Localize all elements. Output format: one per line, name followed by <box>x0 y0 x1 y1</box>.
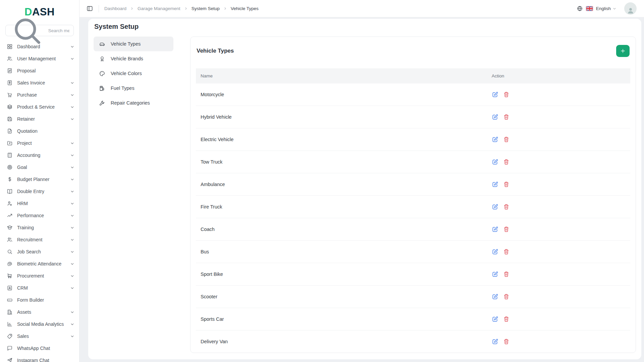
edit-button[interactable] <box>492 338 498 345</box>
edit-button[interactable] <box>492 293 498 300</box>
edit-icon <box>492 181 498 188</box>
sidebar-item-instagram-chat[interactable]: Instagram Chat <box>0 354 79 362</box>
chevron-down-icon <box>70 238 74 242</box>
delete-button[interactable] <box>503 293 509 300</box>
edit-button[interactable] <box>492 248 498 255</box>
setup-nav-item-vehicle-types[interactable]: Vehicle Types <box>94 37 173 51</box>
column-header-action: Action <box>487 68 630 83</box>
delete-button[interactable] <box>503 248 509 255</box>
sidebar-item-label: Goal <box>17 165 27 170</box>
delete-button[interactable] <box>503 203 509 210</box>
sidebar-item-hrm[interactable]: HRM <box>0 197 79 209</box>
sidebar-item-training[interactable]: Training <box>0 222 79 234</box>
edit-button[interactable] <box>492 136 498 143</box>
edit-button[interactable] <box>492 316 498 322</box>
chevron-down-icon <box>70 165 74 170</box>
chevron-down-icon <box>70 141 74 145</box>
sidebar-item-goal[interactable]: Goal <box>0 161 79 173</box>
edit-button[interactable] <box>492 226 498 233</box>
setup-nav-item-fuel-types[interactable]: Fuel Types <box>94 81 173 96</box>
edit-icon <box>492 338 498 345</box>
sidebar-item-budget-planner[interactable]: Budget Planner <box>0 173 79 185</box>
delete-button[interactable] <box>503 181 509 188</box>
language-selector[interactable]: English <box>596 6 616 11</box>
edit-button[interactable] <box>492 181 498 188</box>
row-actions <box>492 293 626 300</box>
sidebar-search[interactable] <box>5 25 74 36</box>
sidebar-item-retainer[interactable]: Retainer <box>0 113 79 125</box>
vehicle-type-name: Sport Bike <box>196 263 487 286</box>
chevron-down-icon <box>70 214 74 218</box>
sidebar-item-job-search[interactable]: Job Search <box>0 246 79 258</box>
sidebar-item-recruitment[interactable]: Recruitment <box>0 234 79 246</box>
row-actions <box>492 316 626 322</box>
edit-button[interactable] <box>492 271 498 278</box>
vehicle-type-name: Hybrid Vehicle <box>196 106 487 128</box>
delete-button[interactable] <box>503 338 509 345</box>
setup-nav-item-vehicle-colors[interactable]: Vehicle Colors <box>94 66 173 81</box>
sidebar-item-dashboard[interactable]: Dashboard <box>0 41 79 53</box>
add-vehicle-type-button[interactable] <box>616 45 630 57</box>
setup-layout: Vehicle TypesVehicle BrandsVehicle Color… <box>94 37 636 353</box>
sidebar-item-label: Recruitment <box>17 237 42 242</box>
delete-button[interactable] <box>503 271 509 278</box>
breadcrumb-item-garage-management[interactable]: Garage Management <box>138 6 180 11</box>
sidebar-item-label: Sales Invoice <box>17 80 45 85</box>
sidebar-item-whatsapp-chat[interactable]: WhatsApp Chat <box>0 342 79 354</box>
chevron-down-icon <box>70 57 74 61</box>
book-icon <box>7 188 13 194</box>
sidebar-item-proposal[interactable]: Proposal <box>0 65 79 77</box>
vehicle-type-name: Bus <box>196 241 487 263</box>
sidebar-item-label: Project <box>17 140 32 146</box>
delete-button[interactable] <box>503 226 509 233</box>
globe-icon[interactable] <box>577 5 583 12</box>
sidebar-item-purchase[interactable]: Purchase <box>0 89 79 101</box>
edit-button[interactable] <box>492 203 498 210</box>
delete-button[interactable] <box>503 91 509 98</box>
search-input[interactable] <box>48 28 70 34</box>
delete-button[interactable] <box>503 136 509 143</box>
delete-button[interactable] <box>503 114 509 120</box>
chevron-down-icon <box>70 262 74 266</box>
edit-button[interactable] <box>492 114 498 120</box>
sidebar: DASH DashboardUser ManagementProposalSal… <box>0 0 79 362</box>
sidebar-item-social-media-analytics[interactable]: Social Media Analytics <box>0 318 79 330</box>
vehicle-type-name: Fire Truck <box>196 196 487 218</box>
delete-button[interactable] <box>503 159 509 165</box>
id-card-icon <box>7 285 13 291</box>
sidebar-item-project[interactable]: Project <box>0 137 79 149</box>
breadcrumb-item-dashboard[interactable]: Dashboard <box>104 6 126 11</box>
grid-icon <box>7 44 13 50</box>
row-actions <box>492 114 626 120</box>
table-row-hybrid-vehicle: Hybrid Vehicle <box>196 106 630 128</box>
setup-nav-item-repair-categories[interactable]: Repair Categories <box>94 96 173 110</box>
sidebar-item-procurement[interactable]: Procurement <box>0 270 79 282</box>
sidebar-item-double-entry[interactable]: Double Entry <box>0 185 79 197</box>
sidebar-item-biometric-attendance[interactable]: Biometric Attendance <box>0 258 79 270</box>
user-avatar[interactable] <box>624 2 637 15</box>
sidebar-toggle-icon[interactable] <box>86 5 93 12</box>
sidebar-item-accounting[interactable]: Accounting <box>0 149 79 161</box>
edit-button[interactable] <box>492 91 498 98</box>
sidebar-item-crm[interactable]: CRM <box>0 282 79 294</box>
sidebar-item-performance[interactable]: Performance <box>0 209 79 222</box>
sidebar-item-quotation[interactable]: Quotation <box>0 125 79 137</box>
target-icon <box>7 164 13 170</box>
setup-nav-item-vehicle-brands[interactable]: Vehicle Brands <box>94 51 173 66</box>
delete-button[interactable] <box>503 316 509 322</box>
chevron-down-icon <box>70 189 74 194</box>
sidebar-item-product-service[interactable]: Product & Service <box>0 101 79 113</box>
sidebar-item-label: Instagram Chat <box>17 358 49 362</box>
row-actions <box>492 181 626 188</box>
edit-button[interactable] <box>492 159 498 165</box>
chevron-down-icon <box>70 105 74 109</box>
sidebar-nav: DashboardUser ManagementProposalSales In… <box>0 41 79 362</box>
sidebar-item-label: HRM <box>17 201 28 206</box>
breadcrumb-item-system-setup[interactable]: System Setup <box>192 6 220 11</box>
palette-icon <box>99 70 105 77</box>
sidebar-item-assets[interactable]: Assets <box>0 306 79 318</box>
sidebar-item-form-builder[interactable]: Form Builder <box>0 294 79 306</box>
sidebar-item-sales-invoice[interactable]: Sales Invoice <box>0 77 79 89</box>
sidebar-item-sales[interactable]: Sales <box>0 330 79 342</box>
sidebar-item-user-management[interactable]: User Management <box>0 53 79 65</box>
